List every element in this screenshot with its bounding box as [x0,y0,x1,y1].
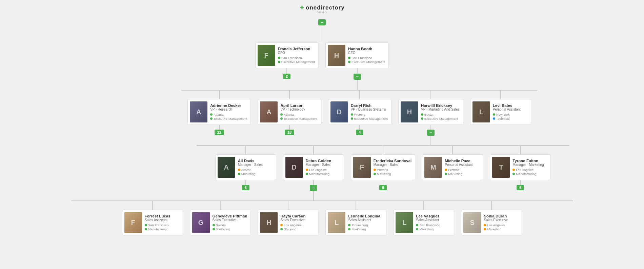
location-dot-genevieve [213,224,215,226]
title-darryl: VP - Business Systems [351,108,388,111]
info-michelle: Michelle Pace Personal Assistant Pretori… [445,159,479,176]
dept-dot-fredericka [374,173,376,175]
level2-connector: A Adrienne Decker VP - Research Atlanta [71,90,573,235]
vline-tyrone-up [520,146,521,154]
name-fredericka: Fredericka Sandoval [374,159,412,163]
location-dot-darryl [351,113,353,116]
title-adrienne: VP - Research [210,108,247,111]
count-ali[interactable]: 6 [242,185,249,190]
dept-dot-genevieve [213,228,215,230]
vline-fredericka-up [383,146,383,154]
card-lee[interactable]: L Lee Vasquez Sales Assistant San Franci… [393,210,454,235]
avatar-hanna: H [328,45,345,66]
expand-hanna[interactable]: − [354,74,361,80]
vline-april-count [289,125,290,130]
card-tyrone[interactable]: T Tyrone Fulton Manager - Marketing Los … [490,154,551,180]
title-harwilll: VP - Marketing And Sales [421,108,460,111]
title-francis: CFO [278,51,315,55]
dept-harwilll: Executive Management [421,117,460,120]
title-hanna: CEO [348,51,385,55]
card-darryl[interactable]: D Darryl Rich VP - Business Systems Pret… [328,99,391,125]
location-darryl: Pretoria [351,113,388,116]
vline-april-up [289,91,290,99]
location-adrienne: Atlanta [210,113,247,116]
dept-dot-sonia [484,228,486,230]
avatar-genevieve: G [192,212,210,233]
node-francis: F Francis Jefferson CFO San Francisco Ex… [255,42,319,79]
dept-hanna: Executive Management [348,60,385,64]
info-tyrone: Tyrone Fulton Manager - Marketing Los An… [512,159,547,176]
dept-dot-ali [238,173,240,175]
info-debra: Debra Golden Manager - Sales Los Angeles… [306,159,340,176]
node-forrest: F Forrest Lucas Sales Assistant San Fran… [122,201,183,235]
avatar-harwilll: H [401,101,418,122]
info-adrienne: Adrienne Decker VP - Research Atlanta Ex… [210,103,247,120]
location-sonia: Los Angeles [484,223,518,227]
card-michelle[interactable]: M Michelle Pace Personal Assistant Preto… [422,154,483,180]
title-sonia: Sales Executive [484,218,518,222]
level1-container: F Francis Jefferson CFO San Francisco Ex… [71,42,573,235]
dept-hayfa: Shipping [280,227,315,231]
card-harwilll[interactable]: H Harwilll Bricksey VP - Marketing And S… [398,99,463,125]
avatar-leonelle: L [328,212,345,233]
card-april[interactable]: A April Larson VP - Technology Atlanta [258,99,321,125]
title-levi: Personal Assistant [493,108,527,111]
expand-debra[interactable]: − [310,185,317,191]
avatar-francis: F [258,45,275,66]
card-debra[interactable]: D Debra Golden Manager - Sales Los Angel… [283,154,344,180]
location-dot-harwilll [421,113,423,116]
card-ali[interactable]: A Ali Davis Manager - Sales Boston [215,154,276,180]
card-fredericka[interactable]: F Fredericka Sandoval Manager - Sales Pr… [351,154,416,180]
card-sonia[interactable]: S Sonia Duran Sales Executive Los Angele… [461,210,522,235]
card-levi[interactable]: L Levi Bates Personal Assistant New York [470,99,531,125]
dept-april: Executive Management [280,117,317,120]
location-harwilll: Boston [421,113,460,116]
count-francis[interactable]: 2 [283,74,290,79]
avatar-forrest: F [124,212,142,233]
info-fredericka: Fredericka Sandoval Manager - Sales Pret… [374,159,412,176]
node-genevieve: G Genevieve Pittman Sales Executive Bost… [190,201,251,235]
card-leonelle[interactable]: L Leonelle Longina Sales Assistant Pinne… [325,210,386,235]
card-hanna[interactable]: H Hanna Booth CEO San Francisco Executiv… [325,42,389,68]
avatar-sonia: S [463,212,481,233]
expand-harwilll[interactable]: − [427,130,435,136]
count-tyrone[interactable]: 6 [517,185,524,190]
card-forrest[interactable]: F Forrest Lucas Sales Assistant San Fran… [122,210,183,235]
count-darryl[interactable]: 4 [356,130,363,135]
level3-row: A Ali Davis Manager - Sales Boston [212,146,555,200]
dept-dot-april [280,117,283,120]
dept-dot-hayfa [280,228,283,230]
card-adrienne[interactable]: A Adrienne Decker VP - Research Atlanta [187,99,251,125]
location-dot-ali [238,169,240,171]
title-michelle: Personal Assistant [445,163,479,167]
card-genevieve[interactable]: G Genevieve Pittman Sales Executive Bost… [190,210,251,235]
dept-dot-michelle [445,173,447,175]
dept-ali: Marketing [238,172,273,176]
location-dot-michelle [445,169,447,171]
info-francis: Francis Jefferson CFO San Francisco Exec… [278,47,315,64]
level3-connector: A Ali Davis Manager - Sales Boston [132,145,634,235]
name-genevieve: Genevieve Pittman [213,214,247,218]
name-levi: Levi Bates [493,103,527,108]
node-hanna: H Hanna Booth CEO San Francisco Executiv… [325,42,389,90]
count-adrienne[interactable]: 22 [215,130,224,135]
location-april: Atlanta [280,113,317,116]
level2-row: A Adrienne Decker VP - Research Atlanta [184,91,535,145]
info-leonelle: Leonelle Longina Sales Assistant Pinnesb… [348,214,383,231]
info-genevieve: Genevieve Pittman Sales Executive Boston [213,214,247,231]
root-expand-button[interactable]: − [318,19,326,25]
dept-darryl: Executive Management [351,117,388,120]
location-dot-levi [493,113,495,116]
logo-text: onedirectory [306,4,345,11]
info-hanna: Hanna Booth CEO San Francisco Executive … [348,47,385,64]
level1-row: F Francis Jefferson CFO San Francisco Ex… [255,42,389,90]
org-chart: − F Francis Jefferson CFO San Francisco [0,16,644,235]
title-ali: Manager - Sales [238,163,273,167]
title-hayfa: Sales Executive [280,218,315,222]
count-fredericka[interactable]: 6 [379,185,387,190]
card-hayfa[interactable]: H Hayfa Carson Sales Executive Los Angel… [258,210,319,235]
card-francis[interactable]: F Francis Jefferson CFO San Francisco Ex… [255,42,319,68]
vline-harwilll-btn [430,125,431,130]
location-ali: Boston [238,168,273,172]
count-april[interactable]: 18 [285,130,294,135]
